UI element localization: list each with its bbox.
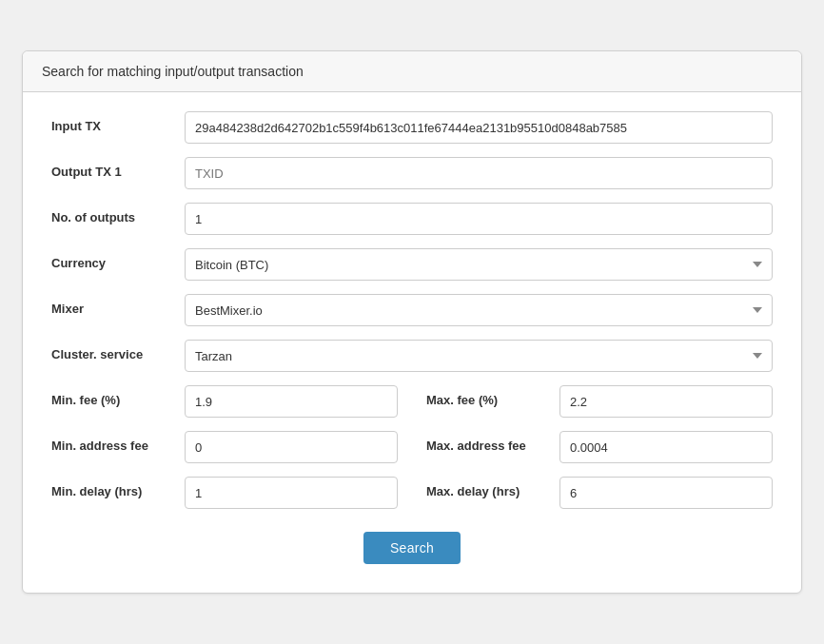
currency-row: Currency Bitcoin (BTC) Ethereum (ETH) Li… bbox=[51, 248, 773, 281]
delay-row: Min. delay (hrs) Max. delay (hrs) bbox=[51, 477, 773, 509]
cluster-service-label: Cluster. service bbox=[51, 340, 185, 363]
max-delay-field[interactable] bbox=[559, 477, 773, 509]
search-button-row: Search bbox=[51, 532, 773, 564]
max-address-fee-field[interactable] bbox=[559, 431, 773, 463]
min-delay-wrap bbox=[185, 477, 398, 509]
card-body: Input TX Output TX 1 No. of outputs Curr… bbox=[23, 92, 801, 593]
min-address-fee-wrap bbox=[185, 431, 398, 463]
min-delay-field[interactable] bbox=[185, 477, 398, 509]
max-fee-label: Max. fee (%) bbox=[426, 385, 559, 409]
no-of-outputs-wrap bbox=[185, 203, 773, 235]
search-button[interactable]: Search bbox=[363, 532, 461, 564]
input-tx-wrap bbox=[185, 111, 773, 144]
main-card: Search for matching input/output transac… bbox=[22, 50, 802, 594]
min-fee-label: Min. fee (%) bbox=[51, 385, 185, 409]
max-delay-label: Max. delay (hrs) bbox=[426, 477, 559, 500]
min-delay-left: Min. delay (hrs) bbox=[51, 477, 398, 509]
max-fee-right: Max. fee (%) bbox=[426, 385, 773, 418]
mixer-label: Mixer bbox=[51, 294, 185, 318]
input-tx-label: Input TX bbox=[51, 111, 185, 135]
output-tx1-field[interactable] bbox=[185, 157, 773, 189]
min-fee-left: Min. fee (%) bbox=[51, 385, 398, 418]
min-address-fee-left: Min. address fee bbox=[51, 431, 398, 463]
currency-wrap: Bitcoin (BTC) Ethereum (ETH) Litecoin (L… bbox=[185, 248, 773, 281]
output-tx1-row: Output TX 1 bbox=[51, 157, 773, 189]
max-fee-wrap bbox=[559, 385, 773, 418]
cluster-service-wrap: Tarzan WalletExplorer Other bbox=[185, 340, 773, 372]
mixer-wrap: BestMixer.io BitcoinFog Helix bbox=[185, 294, 773, 326]
max-address-fee-right: Max. address fee bbox=[426, 431, 773, 463]
min-address-fee-label: Min. address fee bbox=[51, 431, 185, 455]
no-of-outputs-field[interactable] bbox=[185, 203, 773, 235]
min-fee-field[interactable] bbox=[185, 385, 398, 418]
mixer-row: Mixer BestMixer.io BitcoinFog Helix bbox=[51, 294, 773, 326]
input-tx-row: Input TX bbox=[51, 111, 773, 144]
max-address-fee-label: Max. address fee bbox=[426, 431, 559, 455]
currency-select[interactable]: Bitcoin (BTC) Ethereum (ETH) Litecoin (L… bbox=[185, 248, 773, 281]
card-header-title: Search for matching input/output transac… bbox=[42, 64, 304, 79]
input-tx-field[interactable] bbox=[185, 111, 773, 144]
min-address-fee-field[interactable] bbox=[185, 431, 398, 463]
cluster-service-select[interactable]: Tarzan WalletExplorer Other bbox=[185, 340, 773, 372]
max-fee-field[interactable] bbox=[559, 385, 773, 418]
mixer-select[interactable]: BestMixer.io BitcoinFog Helix bbox=[185, 294, 773, 326]
max-delay-wrap bbox=[559, 477, 773, 509]
no-of-outputs-label: No. of outputs bbox=[51, 203, 185, 226]
output-tx1-wrap bbox=[185, 157, 773, 189]
output-tx1-label: Output TX 1 bbox=[51, 157, 185, 181]
min-fee-wrap bbox=[185, 385, 398, 418]
cluster-service-row: Cluster. service Tarzan WalletExplorer O… bbox=[51, 340, 773, 372]
max-delay-right: Max. delay (hrs) bbox=[426, 477, 773, 509]
max-address-fee-wrap bbox=[559, 431, 773, 463]
card-header: Search for matching input/output transac… bbox=[23, 51, 801, 92]
no-of-outputs-row: No. of outputs bbox=[51, 203, 773, 235]
min-delay-label: Min. delay (hrs) bbox=[51, 477, 185, 500]
fee-row: Min. fee (%) Max. fee (%) bbox=[51, 385, 773, 418]
currency-label: Currency bbox=[51, 248, 185, 272]
address-fee-row: Min. address fee Max. address fee bbox=[51, 431, 773, 463]
